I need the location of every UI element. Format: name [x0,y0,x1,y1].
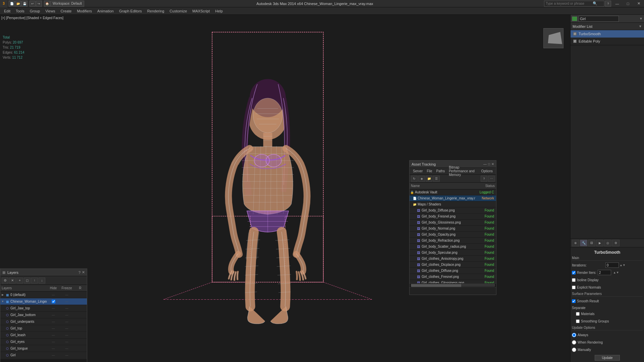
when-rendering-radio[interactable] [572,340,576,345]
modify-panel-icon[interactable]: 🔧 [580,240,587,246]
list-item[interactable]: 🖼 Girl_clothes_Diffuse.png Found [410,268,496,274]
hierarchy-panel-icon[interactable]: ⚄ [588,240,595,246]
menu-customize[interactable]: Customize [167,8,190,14]
asset-scrollbar[interactable] [410,283,496,287]
iterations-input[interactable] [605,262,619,268]
smooth-result-checkbox[interactable] [572,299,576,303]
view-cube[interactable] [543,28,564,48]
menu-rendering[interactable]: Rendering [145,8,167,14]
explicit-normals-checkbox[interactable] [572,286,576,289]
maximize-button[interactable]: □ [623,0,633,7]
menu-graph-editors[interactable]: Graph Editors [116,8,145,14]
asset-help-btn[interactable]: ? [481,176,487,182]
layer-freeze-check[interactable]: — [60,298,73,305]
list-item[interactable]: 🖼 Girl_body_Scatter_radius.png Found [410,244,496,250]
layer-freeze-check[interactable]: — [60,352,73,359]
redo-btn[interactable]: ↪ [36,1,42,7]
layer-r-check[interactable] [73,312,87,318]
layer-r-check[interactable] [73,352,87,359]
layer-r-check[interactable] [73,359,87,359]
layer-freeze-check[interactable]: — [60,332,73,339]
materials-checkbox[interactable] [576,312,580,316]
asset-menu-options[interactable]: Options [479,169,495,173]
layers-close-btn[interactable]: ✕ [82,270,85,275]
layer-r-check[interactable] [73,292,87,298]
list-item[interactable]: 🖼 Girl_clothes_Dicplace.png Found [410,262,496,268]
create-panel-icon[interactable]: ⊕ [572,240,579,246]
menu-tools[interactable]: Tools [13,8,27,14]
utilities-panel-icon[interactable]: ⚙ [612,240,620,246]
modifier-editable-poly[interactable]: ✓ Editable Poly [571,38,644,45]
layer-r-check[interactable] [73,298,87,305]
render-iters-checkbox[interactable] [572,271,576,275]
workspace-selector[interactable]: Workspace: Default [50,1,84,7]
smoothing-groups-checkbox[interactable] [576,319,580,323]
open-btn[interactable]: 📂 [15,1,21,7]
layer-freeze-check[interactable]: — [60,318,73,325]
modifier-enable-checkbox[interactable]: ✓ [573,32,577,36]
manually-radio[interactable] [572,348,576,352]
list-item[interactable]: 🖼 Girl_body_Specular.png Found [410,250,496,256]
layer-add-btn[interactable]: + [16,278,23,284]
update-button[interactable]: Update [595,355,620,361]
save-btn[interactable]: 💾 [21,1,28,7]
list-item[interactable]: ⬡ Girl_Jaw_bottom — — [0,312,87,318]
layer-hide-check[interactable]: — [47,292,60,298]
search-box[interactable]: 🔍 [544,1,604,7]
undo-btn[interactable]: ↩ [30,1,36,7]
layer-r-check[interactable] [73,305,87,312]
iterations-spinner[interactable]: ▲▼ [619,263,626,267]
list-item[interactable]: 🔒 Autodesk Vault Logged C [410,189,496,195]
asset-scrollbar-thumb[interactable] [411,284,461,287]
layer-hide-check[interactable]: — [47,352,60,359]
layer-hide-check[interactable]: — [47,312,60,318]
list-item[interactable]: 🖼 Girl_clothes_Fresnel.png Found [410,274,496,280]
render-iters-spinner[interactable]: ▲▼ [612,271,619,274]
asset-highlight-btn[interactable]: ◈ [418,176,425,182]
menu-help[interactable]: Help [213,8,226,14]
list-item[interactable]: ⬡ Girl_tongue — — [0,345,87,352]
asset-list-btn[interactable]: ☰ [433,176,440,182]
asset-menu-paths[interactable]: Paths [434,169,447,173]
asset-path-btn[interactable]: 📁 [426,176,432,182]
expand-icon[interactable]: ▶ [0,292,5,298]
layer-freeze-check[interactable]: — [60,325,73,332]
list-item[interactable]: 🖼 Girl_body_Normal.png Found [410,226,496,232]
layer-move-btn[interactable]: ↑ [31,278,38,284]
list-item[interactable]: 🖼 Girl_body_Fresnel.png Found [410,214,496,220]
layer-hide-check[interactable]: — [47,359,60,359]
isoline-checkbox[interactable] [572,278,576,282]
scene-explorer-btn[interactable]: 🏠 [44,1,50,7]
list-item[interactable]: 🖼 Girl_body_Glossiness.png Found [410,220,496,226]
object-name-input[interactable] [579,16,619,22]
list-item[interactable]: 📄 Chinese_Woman_Lingerie_max_vray.max Ne… [410,195,496,201]
viewport[interactable]: [+] [Perspective] [Shaded + Edged Faces]… [0,15,570,362]
layer-freeze-check[interactable]: — [60,305,73,312]
layers-help-btn[interactable]: ? [78,270,80,275]
layer-delete-btn[interactable]: ✕ [9,278,16,284]
layers-scroll[interactable] [0,359,87,362]
layer-r-check[interactable] [73,318,87,325]
list-item[interactable]: ▼ ▦ Chinese_Woman_Lingerie — [0,298,87,305]
menu-animation[interactable]: Animation [95,8,116,14]
layer-freeze-check[interactable]: — [60,339,73,345]
layer-freeze-check[interactable]: — [60,345,73,352]
expand-icon[interactable]: ▼ [0,298,5,305]
asset-more-btn[interactable]: ⋯ [488,176,495,182]
layer-freeze-check[interactable]: — [60,292,73,298]
list-item[interactable]: 🖼 Girl_clothes_Glossiness.png Found [410,280,496,283]
new-btn[interactable]: 📄 [9,1,15,7]
layer-freeze-check[interactable]: — [60,359,73,359]
layer-hide-check[interactable]: — [47,318,60,325]
list-item[interactable]: ⬡ Girl_top — — [0,325,87,332]
dropdown-arrow-icon[interactable]: ▼ [639,17,643,20]
menu-group[interactable]: Group [27,8,43,14]
always-radio[interactable] [572,333,576,337]
list-item[interactable]: ⬡ Girl_eyes — — [0,339,87,345]
layer-hide-check[interactable]: — [47,339,60,345]
asset-menu-file[interactable]: File [425,169,434,173]
layer-r-check[interactable] [73,332,87,339]
list-item[interactable]: ▶ ▦ 0 (default) — — [0,292,87,298]
render-iters-input[interactable] [598,270,611,275]
modifier-dropdown-icon[interactable]: ▼ [639,24,642,28]
